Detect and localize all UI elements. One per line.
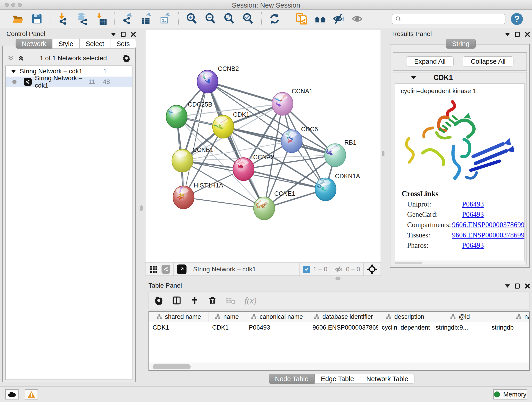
float-panel-icon[interactable] (515, 32, 520, 37)
results-scrollbar[interactable] (395, 261, 525, 264)
pan-crosshair-icon[interactable] (367, 264, 377, 274)
show-columns-icon[interactable] (172, 296, 181, 305)
open-session-icon[interactable] (12, 12, 25, 26)
tab-style[interactable]: Style (52, 39, 79, 49)
table-cell[interactable]: 9606.ENSP00000378699 (309, 322, 378, 333)
network-view-icon[interactable] (162, 265, 170, 274)
network-node-CCNB2[interactable] (195, 69, 218, 93)
network-canvas[interactable]: CCNB2 CCNA1 CDC25B CDK1 CDC6 R (145, 30, 381, 263)
search-input[interactable] (402, 15, 505, 23)
tab-string[interactable]: String (446, 39, 476, 49)
crosslink-link[interactable]: P06493 (462, 211, 484, 219)
table-cell[interactable]: stringdb (488, 322, 530, 333)
collapse-all-button[interactable]: Collapse All (463, 56, 514, 66)
column-header-name[interactable]: name (209, 312, 245, 322)
float-panel-icon[interactable] (515, 283, 520, 288)
delete-column-icon[interactable] (208, 296, 217, 305)
first-neighbors-icon[interactable] (313, 12, 327, 26)
help-icon[interactable]: ? (511, 13, 523, 25)
import-network-file-icon[interactable] (57, 12, 70, 26)
right-splitter-handle[interactable] (382, 151, 385, 156)
tab-network[interactable]: Network (16, 39, 52, 49)
close-panel-icon[interactable] (525, 32, 530, 37)
table-cell[interactable]: stringdb:9... (432, 322, 488, 333)
table-cell[interactable]: P06493 (245, 322, 309, 333)
network-edge-CCNB2-CCNA1[interactable] (208, 82, 283, 104)
show-all-icon[interactable] (351, 12, 364, 26)
table-gear-icon[interactable] (154, 296, 163, 305)
float-panel-icon[interactable] (121, 32, 126, 37)
network-node-RB1[interactable] (325, 143, 346, 167)
column-header-namespace[interactable]: namespace (488, 312, 530, 322)
network-node-CCNE1[interactable] (254, 197, 275, 220)
expand-all-icon[interactable] (17, 55, 24, 62)
zoom-fit-icon[interactable] (223, 12, 236, 26)
table-row[interactable]: CDK1CDK1P064939606.ENSP00000378699cyclin… (149, 322, 529, 333)
gear-icon[interactable] (122, 54, 131, 62)
column-header--id[interactable]: @id (432, 312, 488, 322)
zoom-out-icon[interactable] (204, 12, 217, 26)
crosslink-link[interactable]: 9606.ENSP00000378699 (452, 221, 525, 229)
close-panel-icon[interactable] (131, 32, 136, 37)
network-from-selection-icon[interactable] (295, 12, 308, 26)
column-header-shared-name[interactable]: shared name (149, 312, 209, 322)
network-node-CCNA1[interactable] (272, 92, 293, 115)
zoom-in-icon[interactable] (185, 12, 198, 26)
node-label-CCNE1: CCNE1 (274, 190, 295, 197)
refresh-icon[interactable] (268, 12, 281, 26)
export-table-icon[interactable] (140, 12, 153, 26)
grid-view-icon[interactable] (150, 265, 158, 274)
table-cell[interactable]: CDK1 (209, 322, 245, 333)
column-header-description[interactable]: description (378, 312, 432, 322)
network-row[interactable]: String Network – cdk1 11 48 (6, 77, 132, 87)
crosslink-link[interactable]: 9606.ENSP00000378699 (452, 231, 525, 239)
network-node-CCNB1[interactable] (172, 149, 193, 172)
collapse-protein-icon[interactable] (411, 76, 416, 79)
panel-menu-icon[interactable] (111, 33, 116, 36)
table-cell[interactable]: cyclin–dependent ... (378, 322, 432, 333)
hide-selected-icon[interactable] (332, 12, 346, 26)
network-edge-HIST1H1A-CCNE1[interactable] (184, 197, 264, 208)
tree-expander-icon[interactable] (11, 70, 16, 73)
crosslink-link[interactable]: P06493 (462, 200, 484, 208)
network-node-CCNA2[interactable] (233, 158, 254, 181)
crosslink-link[interactable]: P06493 (462, 241, 484, 249)
network-edge-CDK1-RB1[interactable] (223, 127, 335, 155)
birds-eye-view-icon[interactable] (177, 264, 186, 274)
bottom-splitter-handle[interactable] (336, 277, 341, 280)
column-header-canonical-name[interactable]: canonical name (245, 312, 309, 322)
tab-edge-table[interactable]: Edge Table (315, 374, 360, 384)
network-edge-CCNB2-CCNE1[interactable] (208, 82, 264, 208)
protein-card-header[interactable]: CDK1 (393, 72, 526, 83)
network-node-CDKN1A[interactable] (315, 178, 336, 201)
panel-menu-icon[interactable] (505, 33, 510, 36)
collapse-all-icon[interactable] (7, 55, 14, 62)
import-network-database-icon[interactable] (76, 12, 89, 26)
network-edge-CCNB2-HIST1H1A[interactable] (184, 82, 208, 197)
panel-menu-icon[interactable] (505, 284, 510, 288)
table-h-scrollbar[interactable] (149, 363, 529, 370)
zoom-selected-icon[interactable] (241, 12, 255, 26)
export-image-icon[interactable] (158, 12, 172, 26)
left-splitter-handle[interactable] (140, 205, 143, 211)
selected-checkbox-icon[interactable] (303, 266, 310, 273)
tab-sets[interactable]: Sets (110, 39, 136, 49)
network-node-HIST1H1A[interactable] (173, 185, 194, 209)
network-node-CDK1[interactable] (212, 115, 234, 138)
node-count: 11 (89, 78, 95, 85)
table-cell[interactable]: CDK1 (149, 322, 209, 333)
close-panel-icon[interactable] (525, 283, 530, 289)
tab-network-table[interactable]: Network Table (360, 374, 414, 384)
network-node-CDC6[interactable] (281, 130, 302, 153)
add-column-icon[interactable] (190, 296, 199, 305)
warnings-button[interactable] (25, 389, 38, 400)
tab-node-table[interactable]: Node Table (269, 374, 315, 384)
save-session-icon[interactable] (30, 12, 44, 26)
tab-select[interactable]: Select (80, 39, 110, 49)
expand-all-button[interactable]: Expand All (406, 56, 454, 66)
memory-button[interactable]: Memory (493, 389, 527, 400)
export-network-icon[interactable] (121, 12, 134, 26)
column-header-database-identifier[interactable]: database identifier (309, 312, 378, 322)
import-table-file-icon[interactable] (94, 12, 108, 26)
cloud-status-button[interactable] (5, 389, 19, 400)
